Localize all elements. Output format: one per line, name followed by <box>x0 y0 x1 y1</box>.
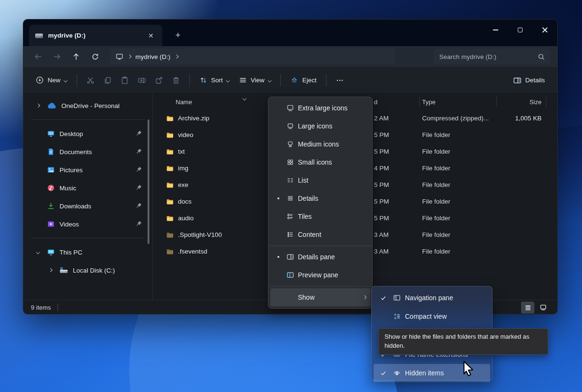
rename-button[interactable] <box>133 72 150 88</box>
copy-button[interactable] <box>99 72 116 88</box>
large-icons-view-toggle[interactable] <box>536 302 550 314</box>
column-separator[interactable] <box>419 97 420 107</box>
column-separator[interactable] <box>496 97 497 107</box>
sidebar-item-downloads[interactable]: Downloads <box>26 197 149 215</box>
menu-item-medium-icons[interactable]: Medium icons <box>270 135 370 153</box>
sidebar-item-local-disk-c[interactable]: Local Disk (C:) <box>26 261 149 279</box>
menu-item-content[interactable]: Content <box>270 225 370 244</box>
sort-button[interactable]: Sort <box>195 72 234 88</box>
paste-button[interactable] <box>116 72 133 88</box>
sidebar-divider <box>31 238 145 238</box>
file-size: 1,005 KB <box>501 115 542 122</box>
downloads-icon <box>47 202 55 210</box>
breadcrumb-location[interactable]: mydrive (D:) <box>136 53 171 60</box>
checkmark-icon <box>377 370 389 376</box>
expand-chevron-icon[interactable] <box>36 104 40 108</box>
sidebar-item-desktop[interactable]: Desktop <box>26 125 149 143</box>
minimize-button[interactable] <box>483 20 508 40</box>
desktop-icon <box>47 130 55 137</box>
sidebar-item-this-pc[interactable]: This PC <box>26 243 149 261</box>
menu-item-tiles[interactable]: Tiles <box>270 207 370 225</box>
extra-large-icons-icon <box>283 104 298 112</box>
tab-mydrive[interactable]: mydrive (D:) ✕ <box>29 25 162 46</box>
menu-item-details-pane[interactable]: Details pane <box>270 248 370 266</box>
tooltip: Show or hide the files and folders that … <box>378 328 548 355</box>
status-divider <box>58 304 58 311</box>
sidebar-divider <box>31 119 145 120</box>
column-header-date-fragment[interactable]: d <box>374 98 422 106</box>
monitor-icon <box>116 53 123 60</box>
share-button[interactable] <box>150 72 168 88</box>
forward-button[interactable] <box>49 49 65 64</box>
menu-item-small-icons[interactable]: Small icons <box>270 153 370 171</box>
file-type: File folder <box>422 198 501 205</box>
view-button[interactable]: View <box>234 72 276 88</box>
hidden-folder-icon <box>166 231 174 239</box>
sidebar-item-videos[interactable]: Videos <box>26 215 149 233</box>
more-options-button[interactable] <box>331 72 348 88</box>
plus-circle-icon <box>36 76 44 84</box>
submenu-item-compact-view[interactable]: Compact view <box>374 307 490 325</box>
sort-ascending-icon <box>243 96 247 100</box>
menu-item-large-icons[interactable]: Large icons <box>270 117 370 135</box>
breadcrumb[interactable]: mydrive (D:) <box>110 49 395 65</box>
file-type: File folder <box>422 248 501 255</box>
sidebar-item-label: Desktop <box>59 130 130 137</box>
collapse-chevron-icon[interactable] <box>36 250 40 254</box>
maximize-button[interactable] <box>508 20 533 40</box>
refresh-button[interactable] <box>87 49 103 64</box>
column-header-type[interactable]: Type <box>422 98 501 106</box>
submenu-item-navigation-pane[interactable]: Navigation pane <box>374 289 490 307</box>
folder-icon <box>166 165 174 172</box>
folder-icon <box>166 148 174 156</box>
menu-separator <box>269 245 371 246</box>
file-type: File folder <box>422 231 501 238</box>
up-button[interactable] <box>68 49 84 64</box>
large-icons-icon <box>283 122 298 130</box>
chevron-down-icon <box>64 78 68 82</box>
selected-bullet <box>277 197 279 199</box>
search-icon <box>538 53 545 60</box>
eject-button-label: Eject <box>302 77 316 84</box>
details-icon <box>283 195 298 202</box>
submenu-chevron-icon <box>362 295 366 299</box>
checkmark-icon <box>377 295 389 301</box>
menu-item-preview-pane[interactable]: Preview pane <box>270 266 370 284</box>
sidebar-item-pictures[interactable]: Pictures <box>26 161 149 179</box>
menu-item-list[interactable]: List <box>270 171 370 189</box>
preview-pane-icon <box>283 271 298 279</box>
new-tab-button[interactable]: + <box>171 28 185 42</box>
column-header-size[interactable]: Size <box>501 98 542 106</box>
sidebar-item-music[interactable]: Music <box>26 179 149 197</box>
pin-icon <box>135 202 143 210</box>
sidebar-scrollbar[interactable] <box>148 119 149 244</box>
eject-button[interactable]: Eject <box>286 72 321 88</box>
file-date-fragment: 5 PM <box>374 181 422 188</box>
menu-item-show[interactable]: Show <box>270 288 370 306</box>
close-button[interactable] <box>533 20 557 40</box>
file-name: txt <box>178 148 185 155</box>
medium-icons-icon <box>283 140 298 148</box>
cut-button[interactable] <box>82 72 99 88</box>
sidebar-item-documents[interactable]: Documents <box>26 143 149 161</box>
navigation-pane-icon <box>389 294 405 302</box>
expand-chevron-icon[interactable] <box>49 268 52 272</box>
new-button[interactable]: New <box>31 72 72 88</box>
menu-item-details[interactable]: Details <box>270 189 370 207</box>
folder-icon <box>166 215 174 222</box>
zip-folder-icon <box>166 115 174 122</box>
toolbar-divider <box>77 74 77 87</box>
back-button[interactable] <box>30 49 46 64</box>
sidebar-item-label: This PC <box>59 249 143 256</box>
search-input[interactable]: Search mydrive (D:) <box>434 49 551 65</box>
sidebar-item-onedrive[interactable]: OneDrive - Personal <box>26 97 149 115</box>
details-view-toggle[interactable] <box>521 302 534 314</box>
file-name: exe <box>178 181 188 188</box>
column-separator[interactable] <box>546 97 546 107</box>
delete-button[interactable] <box>168 72 185 88</box>
sidebar-item-label: Pictures <box>59 167 130 174</box>
menu-item-extra-large-icons[interactable]: Extra large icons <box>270 99 370 117</box>
navigation-pane: OneDrive - Personal Desktop <box>23 94 153 300</box>
details-pane-button[interactable]: Details <box>508 72 550 88</box>
tab-close-icon[interactable]: ✕ <box>145 30 157 41</box>
